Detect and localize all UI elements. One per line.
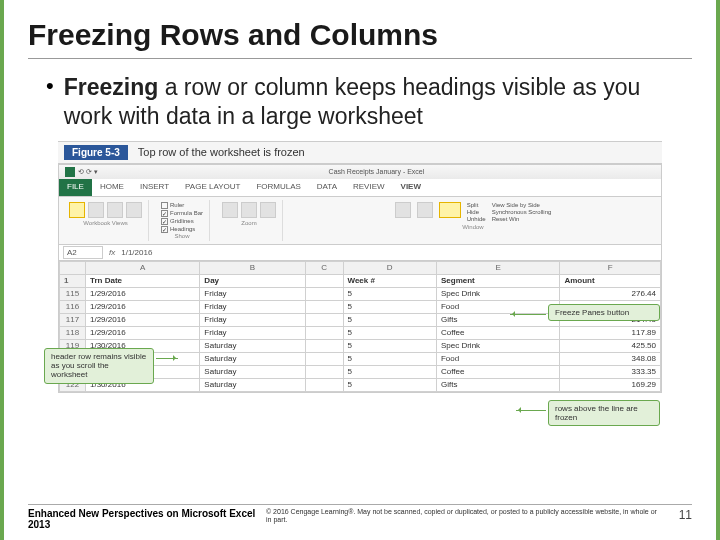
cell[interactable]: Trn Date xyxy=(86,274,200,287)
cell[interactable]: 5 xyxy=(343,378,436,391)
cell[interactable] xyxy=(305,313,343,326)
cell[interactable]: 5 xyxy=(343,313,436,326)
cell[interactable] xyxy=(305,365,343,378)
row-number: 1 xyxy=(60,274,86,287)
window-opt[interactable]: Synchronous Scrolling xyxy=(492,209,552,215)
cell[interactable]: Friday xyxy=(200,287,305,300)
col-header: A xyxy=(86,261,200,274)
ribbon-tab-file[interactable]: FILE xyxy=(59,179,92,196)
cell[interactable]: Week # xyxy=(343,274,436,287)
cell[interactable] xyxy=(305,378,343,391)
cell[interactable] xyxy=(305,339,343,352)
checkbox-ruler[interactable]: Ruler xyxy=(161,202,203,209)
fx-icon[interactable]: fx xyxy=(109,248,115,257)
freeze-panes-button[interactable] xyxy=(439,202,461,218)
cell[interactable]: 425.50 xyxy=(560,339,661,352)
pagelayout-view-icon[interactable] xyxy=(107,202,123,218)
cell[interactable]: Friday xyxy=(200,326,305,339)
ribbon-group-views: Workbook Views xyxy=(63,200,149,241)
cell[interactable] xyxy=(305,287,343,300)
custom-views-icon[interactable] xyxy=(126,202,142,218)
slide-footer: Enhanced New Perspectives on Microsoft E… xyxy=(28,504,692,530)
cell[interactable]: 1/29/2016 xyxy=(86,300,200,313)
row-number: 115 xyxy=(60,287,86,300)
checkbox-gridlines[interactable]: Gridlines xyxy=(161,218,203,225)
cell[interactable]: 276.44 xyxy=(560,287,661,300)
cell[interactable] xyxy=(305,326,343,339)
cell[interactable]: Spec Drink xyxy=(436,287,559,300)
ribbon-tab-formulas[interactable]: FORMULAS xyxy=(248,179,308,196)
table-row: 1181/29/2016Friday5Coffee117.89 xyxy=(60,326,661,339)
window-split[interactable]: Split xyxy=(467,202,486,208)
cell[interactable]: 333.35 xyxy=(560,365,661,378)
cell[interactable]: 117.89 xyxy=(560,326,661,339)
cell[interactable]: 5 xyxy=(343,300,436,313)
cell[interactable]: 5 xyxy=(343,287,436,300)
cell[interactable]: 5 xyxy=(343,365,436,378)
name-box[interactable]: A2 xyxy=(63,246,103,259)
cell[interactable] xyxy=(305,352,343,365)
col-header: D xyxy=(343,261,436,274)
window-opt[interactable]: View Side by Side xyxy=(492,202,552,208)
cell[interactable]: 1/29/2016 xyxy=(86,287,200,300)
zoom-selection-icon[interactable] xyxy=(260,202,276,218)
ribbon-tab-view[interactable]: VIEW xyxy=(393,179,429,196)
window-unhide[interactable]: Unhide xyxy=(467,216,486,222)
zoom-100-icon[interactable] xyxy=(241,202,257,218)
cell[interactable]: Food xyxy=(436,300,559,313)
checkbox-formula-bar[interactable]: Formula Bar xyxy=(161,210,203,217)
cell[interactable]: Day xyxy=(200,274,305,287)
cell[interactable]: Amount xyxy=(560,274,661,287)
row-number: 118 xyxy=(60,326,86,339)
cell[interactable]: 169.29 xyxy=(560,378,661,391)
checkbox-headings[interactable]: Headings xyxy=(161,226,203,233)
cell[interactable]: Saturday xyxy=(200,339,305,352)
ribbon-tab-insert[interactable]: INSERT xyxy=(132,179,177,196)
ribbon-tab-review[interactable]: REVIEW xyxy=(345,179,393,196)
cell[interactable]: Saturday xyxy=(200,365,305,378)
cell[interactable] xyxy=(305,274,343,287)
header-row: 1Trn DateDayWeek #SegmentAmount xyxy=(60,274,661,287)
callout-frozen-rows: rows above the line are frozen xyxy=(548,400,660,426)
cell[interactable]: 1/29/2016 xyxy=(86,313,200,326)
cell[interactable]: Spec Drink xyxy=(436,339,559,352)
cell[interactable]: Friday xyxy=(200,300,305,313)
col-header: C xyxy=(305,261,343,274)
cell[interactable]: Gifts xyxy=(436,378,559,391)
cell[interactable]: Segment xyxy=(436,274,559,287)
ribbon-tabs: FILEHOMEINSERTPAGE LAYOUTFORMULASDATAREV… xyxy=(59,179,661,197)
cell[interactable]: 5 xyxy=(343,326,436,339)
ribbon-group-show: RulerFormula BarGridlinesHeadings Show xyxy=(155,200,210,241)
formula-bar: A2 fx 1/1/2016 xyxy=(59,245,661,261)
footer-book-title: Enhanced New Perspectives on Microsoft E… xyxy=(28,508,258,530)
ribbon-tab-page-layout[interactable]: PAGE LAYOUT xyxy=(177,179,248,196)
cell[interactable]: 1/29/2016 xyxy=(86,326,200,339)
table-row: 1151/29/2016Friday5Spec Drink276.44 xyxy=(60,287,661,300)
pagebreak-view-icon[interactable] xyxy=(88,202,104,218)
cell[interactable]: 5 xyxy=(343,339,436,352)
cell[interactable]: Friday xyxy=(200,313,305,326)
cell[interactable]: Saturday xyxy=(200,378,305,391)
normal-view-icon[interactable] xyxy=(69,202,85,218)
cell[interactable]: Food xyxy=(436,352,559,365)
row-number: 116 xyxy=(60,300,86,313)
cell[interactable]: 348.08 xyxy=(560,352,661,365)
formula-value: 1/1/2016 xyxy=(121,248,152,257)
arrange-all-icon[interactable] xyxy=(417,202,433,218)
cell[interactable]: 5 xyxy=(343,352,436,365)
window-opt[interactable]: Reset Win xyxy=(492,216,552,222)
callout-arrow xyxy=(516,410,546,411)
ribbon-group-zoom: Zoom xyxy=(216,200,283,241)
excel-titlebar: ⟲ ⟳ ▾ Cash Receipts January - Excel xyxy=(59,165,661,179)
cell[interactable]: Coffee xyxy=(436,326,559,339)
cell[interactable]: Saturday xyxy=(200,352,305,365)
cell[interactable] xyxy=(305,300,343,313)
zoom-icon[interactable] xyxy=(222,202,238,218)
new-window-icon[interactable] xyxy=(395,202,411,218)
bullet-item: • Freezing a row or column keeps heading… xyxy=(46,73,692,131)
cell[interactable]: Coffee xyxy=(436,365,559,378)
ribbon-tab-data[interactable]: DATA xyxy=(309,179,345,196)
window-hide[interactable]: Hide xyxy=(467,209,486,215)
ribbon-tab-home[interactable]: HOME xyxy=(92,179,132,196)
callout-arrow xyxy=(156,358,178,359)
